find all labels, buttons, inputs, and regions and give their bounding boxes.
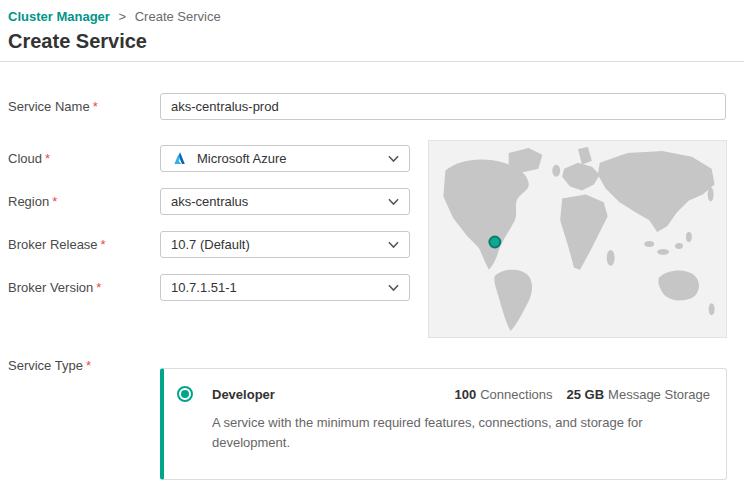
azure-logo-icon <box>171 150 189 168</box>
storage-label: Message Storage <box>608 387 710 402</box>
broker-version-label: Broker Version* <box>8 274 101 301</box>
cloud-label-text: Cloud <box>8 151 42 166</box>
chevron-down-icon <box>388 241 399 249</box>
cloud-label: Cloud* <box>8 145 50 172</box>
page-title: Create Service <box>8 30 147 53</box>
broker-version-select-value: 10.7.1.51-1 <box>171 280 237 295</box>
header-divider <box>0 61 744 62</box>
region-select[interactable]: aks-centralus <box>160 188 410 215</box>
broker-version-select[interactable]: 10.7.1.51-1 <box>160 274 410 301</box>
service-type-label-text: Service Type <box>8 358 83 373</box>
service-type-required-asterisk: * <box>86 358 91 373</box>
region-marker-icon <box>489 237 500 248</box>
cloud-required-asterisk: * <box>45 151 50 166</box>
service-name-required-asterisk: * <box>93 99 98 114</box>
world-map-graphic <box>429 141 726 337</box>
cloud-select[interactable]: Microsoft Azure <box>160 145 410 172</box>
cloud-select-value: Microsoft Azure <box>197 151 287 166</box>
region-label: Region* <box>8 188 57 215</box>
chevron-down-icon <box>388 155 399 163</box>
service-type-description: A service with the minimum required feat… <box>212 413 698 453</box>
broker-version-required-asterisk: * <box>96 280 101 295</box>
chevron-down-icon <box>388 284 399 292</box>
region-world-map <box>428 140 727 338</box>
broker-release-required-asterisk: * <box>101 237 106 252</box>
chevron-down-icon <box>388 198 399 206</box>
breadcrumb-cluster-manager-link[interactable]: Cluster Manager <box>8 9 110 24</box>
service-type-specs: 100Connections25 GBMessage Storage <box>455 387 710 402</box>
developer-radio[interactable] <box>177 386 193 402</box>
service-type-card-developer[interactable]: Developer 100Connections25 GBMessage Sto… <box>160 368 727 480</box>
service-name-label-text: Service Name <box>8 99 90 114</box>
broker-release-select[interactable]: 10.7 (Default) <box>160 231 410 258</box>
create-service-page: Cluster Manager > Create Service Create … <box>0 0 744 488</box>
storage-value: 25 GB <box>567 387 605 402</box>
service-type-name: Developer <box>212 387 275 402</box>
breadcrumb-separator: > <box>119 9 127 24</box>
service-name-label: Service Name* <box>8 93 98 120</box>
service-type-label: Service Type* <box>8 352 91 379</box>
broker-release-label: Broker Release* <box>8 231 106 258</box>
region-label-text: Region <box>8 194 49 209</box>
broker-release-label-text: Broker Release <box>8 237 98 252</box>
breadcrumb: Cluster Manager > Create Service <box>8 9 221 24</box>
connections-label: Connections <box>480 387 552 402</box>
service-name-input[interactable] <box>160 93 726 120</box>
developer-radio-dot <box>181 390 189 398</box>
connections-value: 100 <box>455 387 477 402</box>
region-required-asterisk: * <box>52 194 57 209</box>
region-select-value: aks-centralus <box>171 194 248 209</box>
broker-version-label-text: Broker Version <box>8 280 93 295</box>
breadcrumb-current: Create Service <box>135 9 221 24</box>
broker-release-select-value: 10.7 (Default) <box>171 237 250 252</box>
